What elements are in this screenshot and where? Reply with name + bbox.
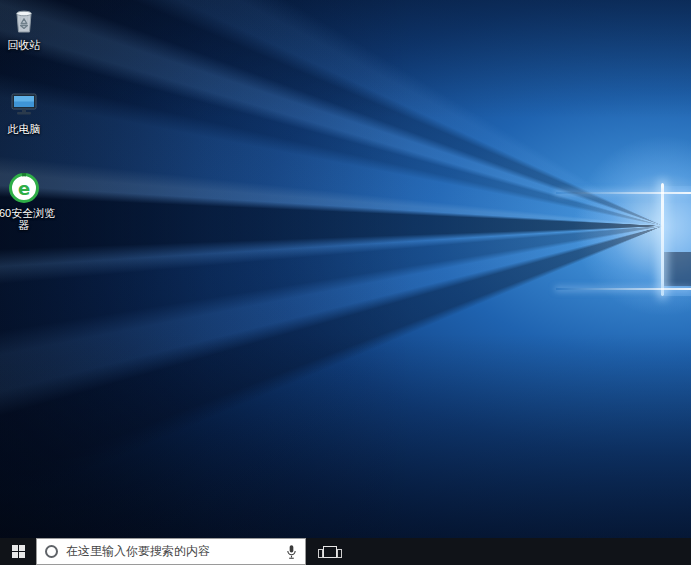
microphone-icon[interactable] (286, 544, 297, 560)
windows-start-icon (12, 545, 25, 558)
task-view-icon (323, 546, 337, 558)
cortana-icon (45, 545, 58, 558)
icon-label-360-browser-line2: 器 (19, 219, 30, 231)
this-pc-icon (8, 88, 40, 120)
windows-logo-pane-shadow (664, 252, 691, 286)
start-button[interactable] (0, 538, 36, 565)
recycle-bin-icon (8, 4, 40, 36)
task-view-button[interactable] (314, 538, 346, 565)
windows-logo-beam-bottom (556, 288, 691, 290)
windows-logo-beam-top (556, 192, 691, 194)
360-browser-icon: e (8, 172, 40, 204)
windows-logo-edge (661, 183, 664, 296)
icon-label-this-pc: 此电脑 (8, 123, 41, 135)
taskbar-search[interactable]: 在这里输入你要搜索的内容 (36, 538, 306, 565)
desktop: 回收站 此电脑 e 360安全浏览 器 (0, 0, 691, 538)
taskbar: 在这里输入你要搜索的内容 (0, 538, 691, 565)
svg-text:e: e (18, 178, 30, 199)
icon-label-360-browser-line1: 360安全浏览 (0, 207, 55, 219)
wallpaper (0, 0, 691, 538)
search-placeholder: 在这里输入你要搜索的内容 (66, 543, 278, 560)
desktop-icon-this-pc[interactable]: 此电脑 (0, 88, 55, 135)
desktop-icon-360-browser[interactable]: e 360安全浏览 器 (0, 172, 55, 231)
desktop-icon-recycle-bin[interactable]: 回收站 (0, 4, 55, 51)
icon-label-recycle-bin: 回收站 (8, 39, 41, 51)
